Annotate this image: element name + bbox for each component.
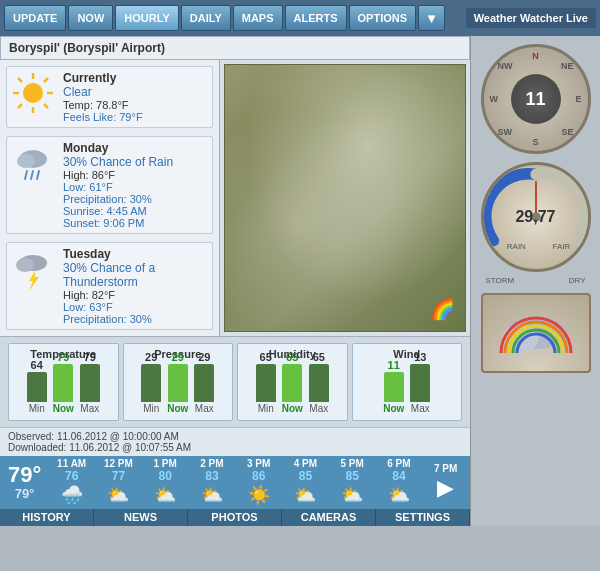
condition-monday: Monday 30% Chance of Rain High: 86°F Low… [6, 136, 213, 234]
hourly-item-7: 6 PM 84 ⛅ [377, 458, 422, 507]
hourly-item-6: 5 PM 85 ⛅ [330, 458, 375, 507]
pressure-max-col [194, 364, 214, 402]
stat-wind: Wind 11 Now 13 Max [352, 343, 463, 421]
hourly-icon-partly6: ⛅ [341, 484, 363, 506]
hourly-temp-3: 83 [205, 469, 218, 483]
hourly-icon-partly7: ⛅ [388, 484, 410, 506]
baro-dry-label: DRY [569, 276, 586, 285]
nav-maps[interactable]: MAPS [233, 5, 283, 31]
baro-value: 29,77 [515, 208, 555, 226]
baro-fair: FAIR [552, 242, 570, 251]
nav-daily[interactable]: DAILY [181, 5, 231, 31]
svg-point-15 [16, 258, 34, 272]
baro-storm-label: STORM [486, 276, 515, 285]
hourly-item-1: 12 PM 77 ⛅ [96, 458, 141, 507]
nav-dropdown[interactable]: ▼ [418, 5, 445, 31]
temp-now-bar: 79 Now [53, 351, 74, 414]
svg-line-12 [31, 171, 33, 179]
temp-max-val: 79 [84, 351, 96, 363]
nav-options[interactable]: OPTIONS [349, 5, 417, 31]
current-status: Clear [63, 85, 208, 99]
tuesday-text: Tuesday 30% Chance of a Thunderstorm Hig… [63, 247, 208, 325]
wind-max-val: 13 [414, 351, 426, 363]
main-content: Boryspil' (Boryspil' Airport) [0, 36, 600, 526]
hourly-item-4: 3 PM 86 ☀️ [236, 458, 281, 507]
monday-status: 30% Chance of Rain [63, 155, 208, 169]
compass-bg: N S E W NW NE SW SE 11 [481, 44, 591, 154]
hourly-temp-7: 84 [392, 469, 405, 483]
nav-settings[interactable]: SETTINGS [376, 509, 470, 526]
pressure-now-label: Now [167, 403, 188, 414]
humidity-min-bar: 65 Min [256, 351, 276, 414]
current-text: Currently Clear Temp: 78.8°F Feels Like:… [63, 71, 208, 123]
condition-tuesday: Tuesday 30% Chance of a Thunderstorm Hig… [6, 242, 213, 330]
hourly-item-3: 2 PM 83 ⛅ [190, 458, 235, 507]
compass-nw: NW [498, 61, 513, 71]
hourly-time-4: 3 PM [247, 458, 270, 469]
hourly-temp-6: 85 [345, 469, 358, 483]
temp-now-label: Now [53, 403, 74, 414]
observed-line1: Observed: 11.06.2012 @ 10:00:00 AM [8, 431, 462, 442]
pressure-max-val: 29 [198, 351, 210, 363]
svg-point-0 [23, 83, 43, 103]
pressure-min-val: 29 [145, 351, 157, 363]
nav-update[interactable]: UPDATE [4, 5, 66, 31]
tuesday-high: High: 82°F [63, 289, 208, 301]
compass-se: SE [561, 127, 573, 137]
nav-now[interactable]: NOW [68, 5, 113, 31]
nav-history[interactable]: HISTORY [0, 509, 94, 526]
hourly-time-0: 11 AM [57, 458, 86, 469]
compass: N S E W NW NE SW SE 11 [481, 44, 591, 154]
hourly-time-3: 2 PM [200, 458, 223, 469]
weather-info: Currently Clear Temp: 78.8°F Feels Like:… [0, 60, 470, 336]
nav-hourly[interactable]: HOURLY [115, 5, 178, 31]
temp-min-col [27, 372, 47, 402]
weather-map: 🌈 [224, 64, 466, 332]
nav-cameras[interactable]: CAMERAS [282, 509, 376, 526]
wind-max-col [410, 364, 430, 402]
humidity-max-label: Max [309, 403, 328, 414]
nav-photos[interactable]: PHOTOS [188, 509, 282, 526]
hourly-time-1: 12 PM [104, 458, 133, 469]
baro-labels: RAIN FAIR [494, 242, 584, 251]
baro-bg: 29,77 RAIN FAIR [481, 162, 591, 272]
svg-line-5 [18, 78, 22, 82]
map-image: 🌈 [225, 65, 465, 331]
pressure-min-label: Min [143, 403, 159, 414]
humidity-now-col [282, 364, 302, 402]
pressure-now-val: 29 [172, 351, 184, 363]
hourly-item-5: 4 PM 85 ⛅ [283, 458, 328, 507]
hourly-icon-partly2: ⛅ [154, 484, 176, 506]
status-gauge [481, 293, 591, 373]
compass-e: E [575, 94, 581, 104]
compass-n: N [532, 51, 539, 61]
wind-max-label: Max [411, 403, 430, 414]
app-title: Weather Watcher Live [466, 8, 596, 28]
temp-max-label: Max [80, 403, 99, 414]
pressure-bars: 29 Min 29 Now 29 Max [141, 364, 214, 414]
hourly-arrow-icon[interactable]: ▶ [437, 475, 454, 501]
hourly-icon-partly3: ⛅ [201, 484, 223, 506]
hourly-small-temp: 79° [15, 486, 35, 501]
hourly-icon-sunny: ☀️ [248, 484, 270, 506]
pressure-now-col [168, 364, 188, 402]
hourly-icon-rain: 🌧️ [61, 484, 83, 506]
hourly-time-7: 6 PM [387, 458, 410, 469]
nav-alerts[interactable]: ALERTS [285, 5, 347, 31]
temp-min-label: Min [29, 403, 45, 414]
stats-bar: Temperature 64 Min 79 Now 79 [0, 336, 470, 427]
nav-news[interactable]: NEWS [94, 509, 188, 526]
humidity-max-bar: 65 Max [309, 351, 329, 414]
map-clouds [225, 65, 465, 331]
map-rainbow-icon: 🌈 [430, 297, 455, 321]
humidity-bars: 65 Min 65 Now 65 Max [256, 364, 329, 414]
hourly-item-8[interactable]: 7 PM ▶ [423, 463, 468, 502]
wind-now-val: 11 [388, 359, 400, 371]
pressure-min-col [141, 364, 161, 402]
monday-text: Monday 30% Chance of Rain High: 86°F Low… [63, 141, 208, 229]
wind-now-bar: 11 Now [383, 359, 404, 414]
wind-bars: 11 Now 13 Max [383, 364, 430, 414]
humidity-max-col [309, 364, 329, 402]
svg-line-7 [44, 78, 48, 82]
tuesday-low: Low: 63°F [63, 301, 208, 313]
